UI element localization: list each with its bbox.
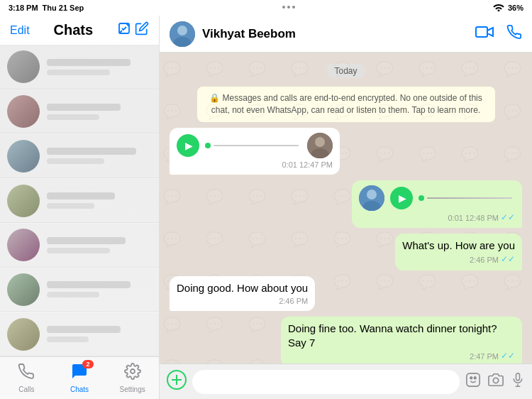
calls-label: Calls xyxy=(18,386,34,393)
play-button[interactable]: ▶ xyxy=(390,187,413,209)
list-item[interactable] xyxy=(0,45,159,89)
table-row: ▶ 0:01 12:48 PM ✓✓ xyxy=(170,180,522,229)
contact-avatar xyxy=(170,21,195,47)
date-label: Today xyxy=(170,64,522,77)
tab-calls[interactable]: Calls xyxy=(0,357,53,399)
status-time: 3:18 PM xyxy=(9,4,38,12)
chat-header-actions xyxy=(475,24,522,43)
svg-rect-13 xyxy=(467,373,480,386)
chats-icon: 2 xyxy=(71,363,88,384)
waveform xyxy=(419,191,515,205)
list-item[interactable] xyxy=(0,134,159,178)
list-item[interactable] xyxy=(0,312,159,356)
list-item[interactable] xyxy=(0,90,159,134)
message-text: What's up. How are you xyxy=(402,239,515,251)
message-meta: 2:46 PM ✓✓ xyxy=(402,254,515,266)
list-item[interactable] xyxy=(0,224,159,268)
chat-input-bar xyxy=(160,364,532,399)
svg-point-15 xyxy=(474,377,476,379)
voice-duration: 0:01 xyxy=(282,160,297,170)
tab-chats[interactable]: 2 Chats xyxy=(53,357,106,399)
message-meta: 0:01 12:48 PM ✓✓ xyxy=(359,212,515,224)
waveform xyxy=(205,138,301,153)
voice-message-received[interactable]: ▶ xyxy=(170,128,340,175)
chats-badge: 2 xyxy=(82,360,94,368)
input-actions xyxy=(465,372,525,391)
sidebar-header: Edit Chats xyxy=(0,16,159,45)
compose-button[interactable] xyxy=(117,21,149,39)
list-item[interactable] xyxy=(0,268,159,312)
calls-icon xyxy=(18,363,35,384)
sidebar-content xyxy=(0,45,159,356)
status-date: Thu 21 Sep xyxy=(43,4,84,12)
play-button[interactable]: ▶ xyxy=(177,134,199,157)
text-message-received[interactable]: Doing good. How about you 2:46 PM xyxy=(170,276,315,312)
svg-point-7 xyxy=(315,137,325,147)
table-row: Doing fine too. Wanna watch dinner tonig… xyxy=(170,317,522,364)
message-text: Doing good. How about you xyxy=(177,282,308,294)
chat-area: Vikhyat Beebom Today xyxy=(160,16,532,399)
tab-bar: Calls 2 Chats Settings xyxy=(0,356,159,399)
message-input[interactable] xyxy=(192,370,460,394)
svg-rect-5 xyxy=(476,27,487,37)
sender-avatar xyxy=(359,185,384,211)
message-time: 12:48 PM xyxy=(465,213,499,223)
sidebar: Edit Chats xyxy=(0,16,160,399)
svg-point-3 xyxy=(177,26,187,35)
video-call-icon[interactable] xyxy=(475,25,494,43)
chat-header: Vikhyat Beebom xyxy=(160,16,532,53)
text-message-sent[interactable]: What's up. How are you 2:46 PM ✓✓ xyxy=(395,234,522,270)
add-button[interactable] xyxy=(167,370,187,394)
voice-message-sent[interactable]: ▶ 0:01 12:48 PM ✓✓ xyxy=(352,180,522,229)
text-message-sent[interactable]: Doing fine too. Wanna watch dinner tonig… xyxy=(281,317,522,364)
read-ticks: ✓✓ xyxy=(501,254,515,266)
read-ticks: ✓✓ xyxy=(501,212,515,224)
message-text: Doing fine too. Wanna watch dinner tonig… xyxy=(288,322,497,349)
voice-duration: 0:01 xyxy=(448,213,462,223)
sidebar-title: Chats xyxy=(53,22,93,38)
svg-point-16 xyxy=(493,378,498,383)
svg-point-1 xyxy=(131,369,135,373)
messages-area: Today 🔒 Messages and calls are end-to-en… xyxy=(160,53,532,364)
tab-settings[interactable]: Settings xyxy=(106,357,159,399)
svg-rect-17 xyxy=(516,373,520,381)
sender-avatar xyxy=(307,133,333,158)
table-row: What's up. How are you 2:46 PM ✓✓ xyxy=(170,234,522,270)
battery-status: 36% xyxy=(508,4,523,12)
message-meta: 2:47 PM ✓✓ xyxy=(288,351,515,362)
edit-button[interactable]: Edit xyxy=(10,24,30,37)
voice-call-icon[interactable] xyxy=(506,24,522,43)
svg-point-10 xyxy=(367,190,377,200)
table-row: ▶ xyxy=(170,128,522,175)
message-time: 2:47 PM xyxy=(470,351,499,361)
wifi-icon xyxy=(493,3,504,13)
sticker-icon[interactable] xyxy=(465,372,481,391)
contact-name: Vikhyat Beebom xyxy=(202,27,296,41)
message-time: 2:46 PM xyxy=(279,296,308,306)
message-meta: 0:01 12:47 PM xyxy=(177,160,333,170)
message-meta: 2:46 PM xyxy=(177,296,308,306)
mic-icon[interactable] xyxy=(511,372,525,391)
read-ticks: ✓✓ xyxy=(501,351,515,362)
message-time: 12:47 PM xyxy=(299,160,333,170)
encryption-notice[interactable]: 🔒 Messages and calls are end-to-end encr… xyxy=(197,87,495,122)
message-time: 2:46 PM xyxy=(470,255,499,265)
status-bar: 3:18 PM Thu 21 Sep 36% xyxy=(0,0,532,16)
settings-label: Settings xyxy=(120,386,145,393)
three-dots xyxy=(282,6,295,9)
svg-point-14 xyxy=(470,377,472,379)
table-row: Doing good. How about you 2:46 PM xyxy=(170,276,522,312)
chats-label: Chats xyxy=(70,386,89,393)
settings-icon xyxy=(124,363,141,384)
list-item[interactable] xyxy=(0,179,159,223)
camera-icon[interactable] xyxy=(488,372,504,391)
